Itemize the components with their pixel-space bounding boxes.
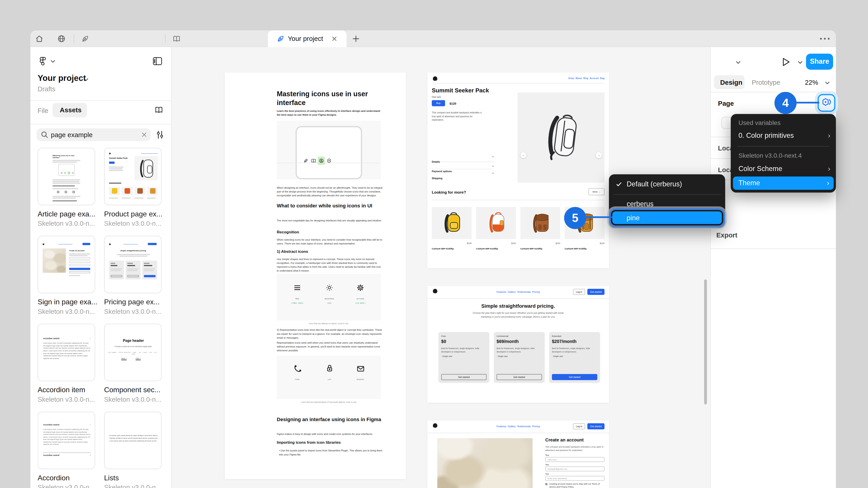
library-book-icon[interactable]	[154, 106, 163, 114]
filter-icon[interactable]	[156, 130, 164, 140]
more-button: More →	[588, 188, 604, 195]
chevron-down-icon[interactable]	[825, 81, 830, 85]
article-figure-representative-icons: PHONE LOCK MESSAGES	[277, 356, 381, 399]
tab-skeleton-library[interactable]: Skeleton v3.0.0-next.4	[166, 31, 267, 47]
asset-card-component-section[interactable]: Page header Provides a robust set of non…	[104, 324, 165, 403]
section-export[interactable]: Export	[716, 231, 737, 239]
library-book-icon	[173, 35, 180, 42]
asset-library: Skeleton v3.0.0-n...	[104, 308, 165, 315]
canvas-scrollbar[interactable]	[704, 280, 707, 404]
article-title: Mastering icons use in user interface	[277, 90, 388, 108]
plan-card-extended: Extended $207/month Best for freelancers…	[549, 332, 600, 383]
asset-card-product-page[interactable]: Summit Seeker Pack Product page ex.	[104, 148, 165, 228]
project-name: Your project	[38, 73, 86, 83]
chevron-right-icon: ›	[828, 165, 831, 172]
menu-item-pine[interactable]: pine	[612, 212, 722, 224]
asset-card-pricing-page[interactable]: Simple straightforward pricing.	[104, 236, 165, 315]
article-figure-abstract-icons: MENU BRIGHTNESS SETTINGS (THREE LINES) (…	[277, 274, 381, 320]
plus-icon: +	[492, 155, 494, 158]
asset-card-accordion-item[interactable]: Accordion control − Lorem ipsum dolor, s…	[38, 324, 98, 403]
toggle-sidebar-icon[interactable]	[153, 57, 162, 65]
close-icon[interactable]	[331, 35, 338, 42]
asset-thumbnail: Accordion control − Lorem ipsum dolor, s…	[38, 412, 95, 469]
frame-signup-page[interactable]: Features Gallery Testimonials Pricing Lo…	[428, 420, 609, 488]
chevron-down-icon[interactable]	[51, 60, 55, 63]
tab-prototype[interactable]: Prototype	[752, 78, 780, 86]
frame-product-page[interactable]: Shop About Blog Account Bag Summit Seeke…	[428, 72, 609, 268]
shop-logo-icon	[433, 76, 437, 81]
asset-thumbnail: Simple straightforward pricing.	[104, 236, 162, 293]
plus-icon: +	[492, 171, 494, 175]
tab-your-project[interactable]: Your project	[268, 31, 346, 48]
play-icon[interactable]	[782, 57, 790, 67]
carousel-next-button: →	[596, 152, 602, 158]
menu-item-cerberus[interactable]: cerberus	[609, 199, 725, 210]
home-icon[interactable]	[35, 34, 43, 43]
asset-card-signin-page[interactable]: Create an account Sign in page exa... Sk…	[38, 236, 98, 315]
search-icon	[41, 131, 48, 138]
menu-item-color-primitives[interactable]: 0. Color primitives ›	[731, 129, 836, 142]
asset-library: Skeleton v3.0.0-n...	[104, 396, 165, 403]
tab-assets[interactable]: Assets	[53, 103, 87, 118]
clear-search-icon[interactable]	[141, 132, 147, 138]
list-item: · Lorem ipsum dolor sit amet consectetur…	[108, 440, 159, 443]
tab-file[interactable]: File	[38, 107, 49, 115]
menu-section-header: Used variables	[739, 120, 780, 126]
person-circle-icon	[319, 158, 324, 163]
annotation-connector-5	[585, 217, 612, 218]
get-started-button: Get started	[587, 289, 604, 295]
menu-item-color-scheme[interactable]: Color Scheme ›	[731, 163, 836, 175]
product-nav: Shop About Blog Account Bag	[516, 77, 604, 79]
chevron-right-icon: ›	[827, 179, 829, 186]
asset-thumbnail: Create an account	[38, 236, 95, 293]
globe-icon[interactable]	[57, 34, 66, 43]
product-title: Summit Seeker Pack	[432, 87, 489, 93]
asset-title: Sign in page exa...	[38, 298, 98, 306]
asset-library: Skeleton v3.0.0-n...	[38, 396, 98, 403]
draft-icon	[81, 35, 89, 42]
search-input[interactable]	[51, 128, 134, 141]
project-switcher[interactable]: Your project	[38, 73, 86, 83]
asset-thumbnail: Summit Seeker Pack	[104, 148, 162, 205]
login-button: Log in	[573, 289, 585, 295]
buy-button: Buy	[432, 100, 445, 106]
terms-checkbox	[545, 483, 548, 485]
frame-pricing-page[interactable]: Features Gallery Testimonials Pricing Lo…	[428, 286, 609, 403]
chevron-down-icon[interactable]	[798, 61, 803, 64]
project-location: Drafts	[38, 85, 55, 93]
avatar[interactable]	[720, 55, 733, 69]
asset-thumbnail: Mastering icons use in user interface	[38, 148, 95, 205]
tab-design[interactable]: Design	[714, 75, 745, 89]
zoom-level[interactable]: 22%	[805, 78, 818, 86]
search-field[interactable]	[37, 128, 151, 141]
asset-card-accordion[interactable]: Accordion control − Lorem ipsum dolor, s…	[38, 412, 98, 488]
menu-item-theme[interactable]: Theme ›	[733, 176, 834, 190]
theme-submenu: Default (cerberus) cerberus pine	[609, 174, 725, 228]
pricing-nav: Features Gallery Testimonials Pricing	[474, 291, 562, 293]
asset-card-article-page[interactable]: Mastering icons use in user interface Ar…	[38, 148, 98, 228]
asset-library: Skeleton v3.0.0-n...	[38, 484, 98, 488]
asset-card-lists[interactable]: · Id maxime optio soluta placeat ea eaqu…	[104, 412, 165, 488]
page-section-label: Page	[718, 100, 734, 107]
product-price: $120	[450, 102, 456, 105]
apply-variables-button[interactable]	[817, 94, 835, 111]
signup-nav: Features Gallery Testimonials Pricing	[474, 425, 562, 428]
mail-icon	[356, 365, 365, 373]
chevron-down-icon[interactable]	[84, 78, 89, 81]
name-field: John Doe...	[545, 457, 604, 462]
chevron-down-icon[interactable]	[736, 61, 741, 64]
variables-icon	[821, 97, 832, 108]
tab-label: Your project	[288, 35, 323, 42]
tab-skeleton-design[interactable]: Skeleton - Design	[75, 31, 165, 47]
annotation-badge-5: 5	[564, 207, 586, 229]
asset-title: Article page exa...	[38, 210, 98, 218]
asset-thumbnail: · Id maxime optio soluta placeat ea eaqu…	[104, 412, 162, 469]
overflow-icon[interactable]	[819, 37, 830, 41]
figma-logo-icon[interactable]	[38, 57, 48, 66]
menu-item-default-cerberus[interactable]: Default (cerberus)	[609, 179, 725, 190]
frame-article-page[interactable]: Mastering icons use in user interface Le…	[225, 72, 406, 479]
figma-app: Skeleton - Design Skeleton v3.0.0-next.4…	[0, 0, 868, 488]
related-product-card: Carhartt WIP Kickflip$230	[432, 207, 471, 252]
add-tab-icon[interactable]	[352, 35, 360, 42]
share-button[interactable]: Share	[806, 54, 833, 70]
